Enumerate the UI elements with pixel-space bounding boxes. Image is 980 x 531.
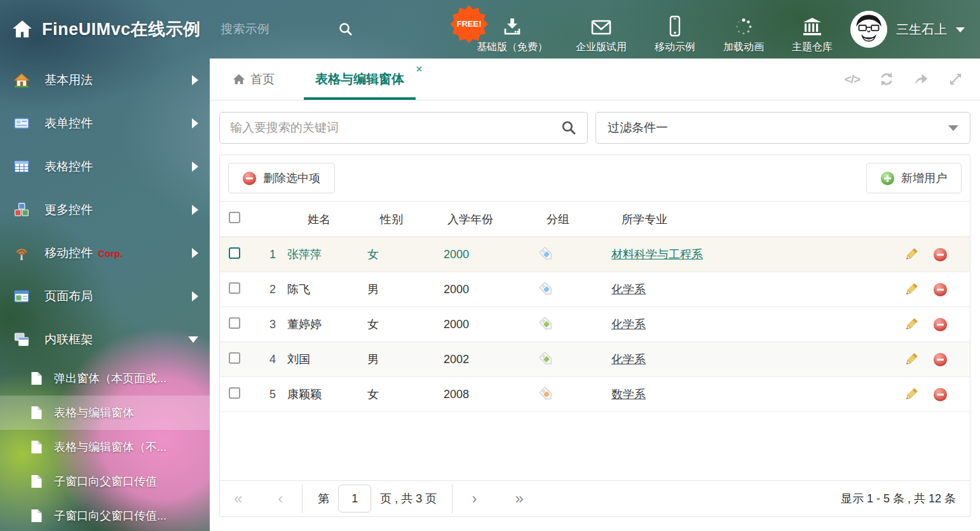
view-source-icon[interactable]: </> <box>844 71 861 88</box>
cell-gender: 男 <box>361 282 437 297</box>
close-icon[interactable]: × <box>416 64 422 74</box>
major-link[interactable]: 化学系 <box>611 353 646 366</box>
page-number-input[interactable]: 1 <box>338 485 371 513</box>
cell-year: 2002 <box>437 353 533 366</box>
prev-page-button[interactable]: ‹ <box>278 491 283 506</box>
share-icon[interactable] <box>913 71 929 88</box>
download-icon <box>502 15 522 37</box>
delete-row-icon[interactable] <box>934 353 947 366</box>
cell-name: 董婷婷 <box>281 317 361 332</box>
pager-divider <box>452 484 453 513</box>
row-checkbox[interactable] <box>229 247 240 259</box>
document-icon <box>31 509 43 523</box>
major-link[interactable]: 数学系 <box>611 388 646 401</box>
mobile-icon <box>669 15 681 37</box>
delete-selected-button[interactable]: 删除选中项 <box>228 163 335 193</box>
refresh-icon[interactable] <box>878 71 895 88</box>
table-row[interactable]: 1 张萍萍 女 2000 材料科学与工程系 <box>220 237 970 272</box>
header-nav-theme-repo[interactable]: 主题仓库 <box>792 5 833 54</box>
chevron-down-icon <box>948 125 958 131</box>
corp-tag: Corp. <box>98 248 123 259</box>
delete-row-icon[interactable] <box>934 388 947 401</box>
tab-bar: 首页 表格与编辑窗体 × </> <box>210 59 980 100</box>
page-label-prefix: 第 <box>318 491 329 506</box>
edit-pencil-icon[interactable] <box>904 317 918 332</box>
header-nav-basic-free[interactable]: FREE! 基础版（免费） <box>477 5 548 54</box>
sidebar-subitem-popup-window[interactable]: 弹出窗体（本页面或... <box>0 361 210 396</box>
chevron-right-icon <box>192 162 198 172</box>
brand-home-icon[interactable] <box>11 18 33 40</box>
row-checkbox[interactable] <box>229 317 240 329</box>
edit-pencil-icon[interactable] <box>904 282 918 297</box>
sidebar-subitem-child-to-parent[interactable]: 子窗口向父窗口传值 <box>0 464 210 499</box>
tab-grid-edit-window[interactable]: 表格与编辑窗体 × <box>311 59 408 100</box>
filter-dropdown[interactable]: 过滤条件一 <box>595 112 970 144</box>
cell-year: 2000 <box>437 283 533 296</box>
sidebar-item-form-controls[interactable]: 表单控件 <box>0 102 210 145</box>
header-nav-loading-animations[interactable]: 加载动画 <box>723 5 764 54</box>
header-nav-enterprise-trial[interactable]: 企业版试用 <box>576 5 627 54</box>
pager-divider <box>302 484 303 513</box>
tab-home[interactable]: 首页 <box>229 59 278 100</box>
sidebar-item-iframe[interactable]: 内联框架 <box>0 318 210 361</box>
table-row[interactable]: 3 董婷婷 女 2000 化学系 <box>220 307 970 342</box>
plus-icon <box>881 172 894 185</box>
table-row[interactable]: 4 刘国 男 2002 化学系 <box>220 342 970 377</box>
delete-row-icon[interactable] <box>934 283 947 296</box>
delete-row-icon[interactable] <box>934 248 947 261</box>
major-link[interactable]: 材料科学与工程系 <box>611 248 703 261</box>
column-header-gender[interactable]: 性别 <box>361 212 437 227</box>
cell-year: 2000 <box>437 318 533 331</box>
column-header-major[interactable]: 所学专业 <box>605 212 895 227</box>
search-icon[interactable] <box>338 22 353 37</box>
keyword-search-input[interactable]: 输入要搜索的关键词 <box>219 112 588 144</box>
signal-icon <box>14 245 29 261</box>
select-all-checkbox[interactable] <box>229 212 240 223</box>
form-icon <box>14 116 29 131</box>
main-content: 首页 表格与编辑窗体 × </> 输入要搜索的关键词 <box>210 59 980 531</box>
major-link[interactable]: 化学系 <box>611 318 646 331</box>
last-page-button[interactable]: » <box>515 491 523 506</box>
column-header-name[interactable]: 姓名 <box>281 212 361 227</box>
row-checkbox[interactable] <box>229 387 240 399</box>
user-menu[interactable]: 三生石上 <box>850 11 965 48</box>
sidebar-subitem-grid-edit-window[interactable]: 表格与编辑窗体 <box>0 396 210 430</box>
table-row[interactable]: 5 康颖颖 女 2008 数学系 <box>220 377 970 412</box>
header-search-placeholder: 搜索示例 <box>221 21 269 38</box>
sidebar-item-more-controls[interactable]: 更多控件 <box>0 188 210 231</box>
edit-pencil-icon[interactable] <box>904 387 918 402</box>
search-icon[interactable] <box>561 120 577 136</box>
column-header-year[interactable]: 入学年份 <box>437 212 533 227</box>
cell-name: 张萍萍 <box>281 247 361 262</box>
table-row[interactable]: 2 陈飞 男 2000 化学系 <box>220 272 970 307</box>
cell-gender: 女 <box>361 247 437 262</box>
tag-icon <box>539 282 554 297</box>
tag-icon <box>539 387 554 402</box>
sidebar-subitem-grid-edit-window-no[interactable]: 表格与编辑窗体（不... <box>0 430 210 464</box>
next-page-button[interactable]: › <box>472 491 477 506</box>
add-user-button[interactable]: 新增用户 <box>866 163 962 193</box>
major-link[interactable]: 化学系 <box>611 283 646 296</box>
sidebar-item-basic-usage[interactable]: 基本用法 <box>0 59 210 102</box>
header-nav-mobile-examples[interactable]: 移动示例 <box>655 5 695 54</box>
sidebar-item-mobile-controls[interactable]: 移动控件 Corp. <box>0 231 210 275</box>
edit-pencil-icon[interactable] <box>904 352 918 367</box>
keyword-search-placeholder: 输入要搜索的关键词 <box>230 120 339 136</box>
row-checkbox[interactable] <box>229 352 240 364</box>
bank-icon <box>801 15 823 37</box>
cell-gender: 男 <box>361 352 437 367</box>
app-title: FineUIMvc在线示例 <box>42 18 201 41</box>
delete-row-icon[interactable] <box>934 318 947 331</box>
edit-pencil-icon[interactable] <box>904 247 918 262</box>
first-page-button[interactable]: « <box>234 491 242 506</box>
sidebar-item-grid-controls[interactable]: 表格控件 <box>0 145 210 188</box>
row-checkbox[interactable] <box>229 282 240 294</box>
expand-icon[interactable] <box>947 71 963 88</box>
header-search-input[interactable]: 搜索示例 <box>221 21 353 38</box>
chevron-down-icon <box>956 27 965 32</box>
sidebar: 基本用法 表单控件 表格控件 更多控件 移动控件 Corp. 页面布局 <box>0 59 210 531</box>
column-header-group[interactable]: 分组 <box>533 212 605 227</box>
document-icon <box>31 474 43 488</box>
sidebar-subitem-child-to-parent-2[interactable]: 子窗口向父窗口传值... <box>0 499 210 531</box>
sidebar-item-page-layout[interactable]: 页面布局 <box>0 275 210 318</box>
